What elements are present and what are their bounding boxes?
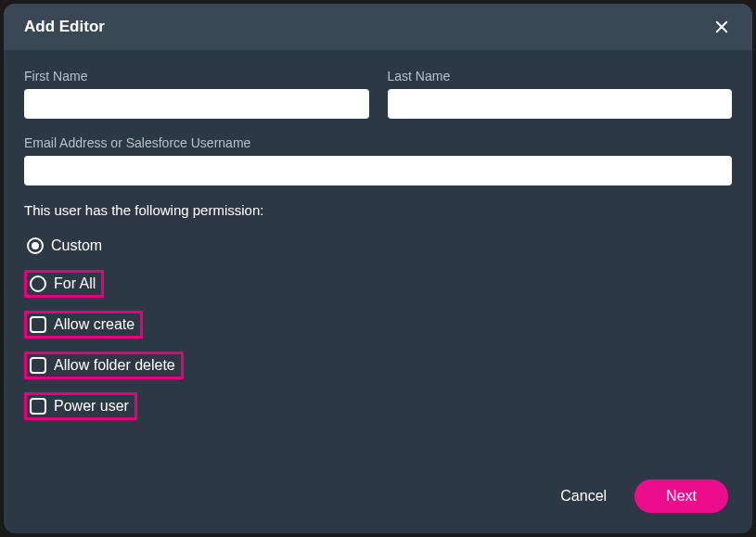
- permission-custom-radio[interactable]: Custom: [24, 235, 108, 257]
- permission-allow-folder-delete-checkbox[interactable]: Allow folder delete: [24, 352, 184, 379]
- permission-for-all-label: For All: [54, 275, 96, 292]
- email-input[interactable]: [24, 156, 732, 185]
- first-name-input[interactable]: [24, 89, 369, 119]
- checkbox-icon: [30, 316, 46, 333]
- radio-icon: [27, 237, 44, 254]
- permission-allow-folder-delete-label: Allow folder delete: [54, 357, 175, 374]
- email-field-wrapper: Email Address or Salesforce Username: [24, 135, 732, 185]
- checkbox-icon: [30, 357, 46, 374]
- cancel-button[interactable]: Cancel: [560, 488, 607, 505]
- checkbox-icon: [30, 398, 46, 415]
- modal-body: First Name Last Name Email Address or Sa…: [4, 50, 752, 463]
- first-name-field-wrapper: First Name: [24, 69, 369, 119]
- last-name-label: Last Name: [388, 69, 733, 83]
- add-editor-modal: Add Editor First Name Last Name Email Ad…: [4, 4, 752, 533]
- permission-allow-create-label: Allow create: [54, 316, 135, 333]
- first-name-label: First Name: [24, 69, 369, 83]
- last-name-input[interactable]: [388, 89, 733, 119]
- permission-for-all-radio[interactable]: For All: [24, 270, 104, 298]
- permission-power-user-checkbox[interactable]: Power user: [24, 392, 137, 420]
- permission-allow-create-checkbox[interactable]: Allow create: [24, 311, 143, 339]
- close-button[interactable]: [711, 17, 732, 37]
- last-name-field-wrapper: Last Name: [388, 69, 733, 119]
- next-button[interactable]: Next: [634, 479, 728, 513]
- permission-power-user-label: Power user: [54, 398, 129, 415]
- modal-title: Add Editor: [24, 18, 105, 36]
- modal-footer: Cancel Next: [4, 463, 752, 533]
- permission-custom-label: Custom: [51, 237, 102, 254]
- permissions-heading: This user has the following permission:: [24, 202, 732, 218]
- radio-icon: [30, 275, 46, 292]
- email-label: Email Address or Salesforce Username: [24, 135, 732, 150]
- modal-header: Add Editor: [4, 4, 752, 50]
- close-icon: [713, 19, 730, 35]
